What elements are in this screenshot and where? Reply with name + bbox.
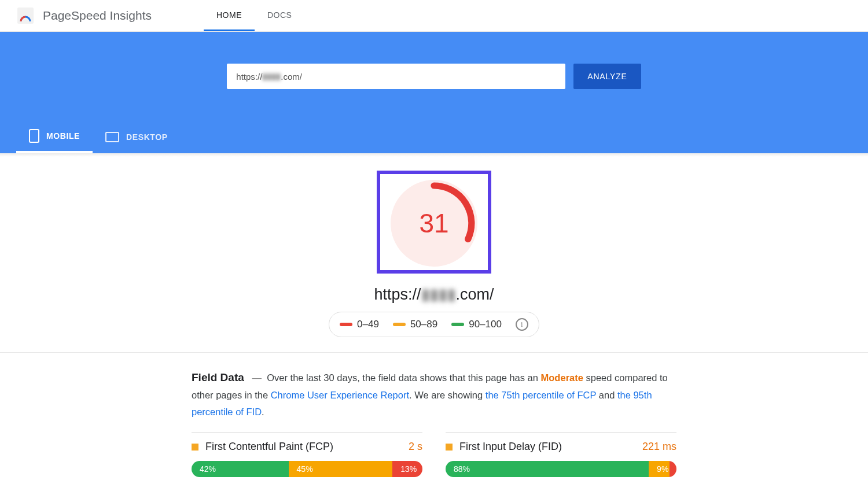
fid-status-icon	[446, 444, 453, 451]
field-data-description: Field Data — Over the last 30 days, the …	[192, 368, 676, 420]
tested-url: https://▮▮▮▮.com/	[0, 285, 868, 304]
metric-fcp: First Contentful Paint (FCP) 2 s 42% 45%…	[192, 432, 422, 477]
legend-red-icon	[340, 323, 352, 326]
tab-home[interactable]: HOME	[204, 0, 255, 31]
field-t3: . We are showing	[409, 390, 486, 400]
metric-fid-header: First Input Delay (FID) 221 ms	[446, 441, 676, 453]
tested-url-suffix: .com/	[456, 286, 494, 303]
score-highlight-box: 31	[377, 171, 491, 274]
fcp-value: 2 s	[409, 441, 422, 453]
fid-seg-avg: 9%	[649, 461, 670, 477]
fcp-seg-fast: 42%	[192, 461, 289, 477]
link-crux[interactable]: Chrome User Experience Report	[271, 390, 409, 400]
field-t1: Over the last 30 days, the field data sh…	[267, 372, 540, 383]
tab-docs[interactable]: DOCS	[255, 0, 304, 31]
search-row: https://▮▮▮▮.com/ ANALYZE	[0, 64, 868, 89]
metrics-row: First Contentful Paint (FCP) 2 s 42% 45%…	[192, 432, 676, 477]
url-value-prefix: https://	[236, 72, 262, 82]
tab-desktop-label: DESKTOP	[126, 132, 168, 142]
mobile-icon	[29, 129, 39, 143]
field-data-section: Field Data — Over the last 30 days, the …	[192, 353, 676, 477]
fid-seg-fast: 88%	[446, 461, 649, 477]
url-value-masked: ▮▮▮▮	[262, 71, 281, 82]
tab-mobile-label: MOBILE	[46, 131, 80, 141]
fcp-distribution-bar: 42% 45% 13%	[192, 461, 422, 477]
metric-fid: First Input Delay (FID) 221 ms 88% 9% 3%	[446, 432, 676, 477]
top-tabs: HOME DOCS	[204, 0, 304, 31]
legend-orange-icon	[393, 323, 406, 326]
metric-fcp-header: First Contentful Paint (FCP) 2 s	[192, 441, 422, 453]
fid-seg-slow: 3%	[670, 461, 676, 477]
tab-mobile[interactable]: MOBILE	[16, 121, 93, 153]
fid-distribution-bar: 88% 9% 3%	[446, 461, 676, 477]
tested-url-prefix: https://	[374, 286, 421, 303]
fcp-seg-slow: 13%	[392, 461, 422, 477]
tab-desktop[interactable]: DESKTOP	[93, 121, 181, 153]
fcp-name: First Contentful Paint (FCP)	[205, 441, 402, 453]
pagespeed-logo-icon	[17, 8, 34, 24]
field-moderate: Moderate	[541, 372, 583, 383]
fid-value: 221 ms	[642, 441, 676, 453]
analyze-button[interactable]: ANALYZE	[573, 64, 641, 89]
fid-name: First Input Delay (FID)	[459, 441, 635, 453]
field-data-label: Field Data	[192, 371, 244, 383]
score-legend: 0–49 50–89 90–100 i	[329, 312, 539, 337]
legend-orange: 50–89	[393, 319, 437, 330]
legend-red-label: 0–49	[357, 319, 379, 330]
app-title: PageSpeed Insights	[43, 9, 152, 23]
url-value-suffix: .com/	[281, 72, 302, 82]
legend-green-label: 90–100	[469, 319, 502, 330]
field-t4: and	[596, 390, 617, 400]
url-input[interactable]: https://▮▮▮▮.com/	[227, 64, 565, 89]
link-75th-fcp[interactable]: the 75th percentile of FCP	[486, 390, 596, 400]
hero-banner: https://▮▮▮▮.com/ ANALYZE MOBILE DESKTOP	[0, 32, 868, 153]
fcp-status-icon	[192, 444, 198, 451]
score-gauge: 31	[391, 180, 477, 267]
device-tabs: MOBILE DESKTOP	[0, 121, 868, 153]
desktop-icon	[105, 132, 119, 142]
info-icon[interactable]: i	[516, 318, 528, 331]
logo-group: PageSpeed Insights	[17, 8, 152, 24]
legend-orange-label: 50–89	[410, 319, 437, 330]
legend-red: 0–49	[340, 319, 379, 330]
legend-green-icon	[451, 323, 464, 326]
field-dash: —	[252, 372, 262, 383]
score-value: 31	[391, 180, 477, 267]
fcp-seg-avg: 45%	[289, 461, 393, 477]
legend-green: 90–100	[451, 319, 502, 330]
field-t5: .	[262, 407, 264, 417]
tested-url-masked: ▮▮▮▮	[421, 286, 456, 303]
top-bar: PageSpeed Insights HOME DOCS	[0, 0, 868, 32]
score-section: 31 https://▮▮▮▮.com/ 0–49 50–89 90–100 i	[0, 157, 868, 337]
